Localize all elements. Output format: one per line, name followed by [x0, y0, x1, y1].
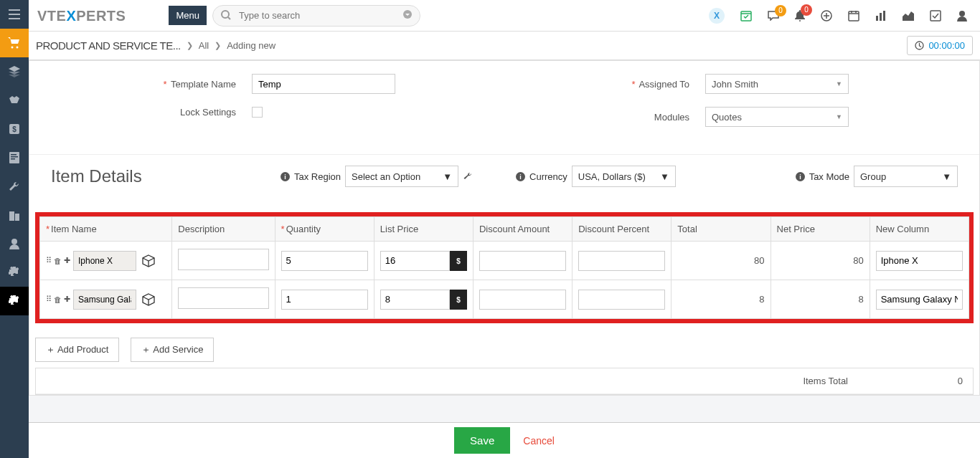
drag-icon[interactable]: ⠿	[46, 256, 52, 265]
discount-amount-input[interactable]	[479, 290, 566, 310]
new-column-input[interactable]	[876, 251, 963, 271]
sidebar-item-document[interactable]	[0, 143, 29, 172]
template-name-input[interactable]	[252, 74, 395, 94]
col-new-column: New Column	[870, 217, 969, 242]
calendar-check-icon[interactable]	[740, 10, 752, 22]
lock-settings-checkbox[interactable]	[252, 107, 263, 118]
lock-settings-label: Lock Settings	[51, 107, 252, 118]
svg-rect-22	[880, 13, 882, 21]
item-details-title: Item Details	[51, 166, 281, 186]
user-icon[interactable]	[957, 10, 967, 22]
svg-rect-10	[11, 158, 15, 160]
chat-icon[interactable]: 0	[768, 11, 779, 21]
trash-icon[interactable]: 🗑	[54, 257, 62, 265]
sidebar-item-wrench[interactable]	[0, 172, 29, 201]
items-total-label: Items Total	[803, 376, 848, 386]
package-icon[interactable]	[142, 254, 155, 267]
description-input[interactable]	[178, 249, 268, 270]
bar-chart-icon[interactable]	[875, 10, 887, 22]
sidebar-item-dollar[interactable]: $	[0, 115, 29, 143]
brand-icon[interactable]: X	[709, 8, 725, 24]
bell-icon[interactable]: 0	[795, 10, 805, 22]
save-button[interactable]: Save	[454, 427, 510, 454]
currency-button[interactable]: $	[450, 251, 467, 271]
svg-text:i: i	[519, 173, 522, 181]
item-name-input[interactable]	[73, 290, 136, 310]
currency-select[interactable]: USA, Dollars ($)▼	[572, 166, 676, 187]
sidebar-item-building[interactable]	[0, 201, 29, 229]
page-title: PRODUCT AND SERVICE TE...	[36, 40, 181, 51]
list-price-input[interactable]	[380, 251, 450, 271]
discount-percent-input[interactable]	[578, 290, 665, 310]
sidebar-item-puzzle-active[interactable]	[0, 287, 29, 315]
sidebar: $	[0, 0, 29, 458]
calendar-icon[interactable]	[848, 10, 859, 22]
svg-text:$: $	[456, 295, 461, 303]
cancel-button[interactable]: Cancel	[523, 435, 555, 447]
svg-text:$: $	[12, 125, 17, 133]
tax-region-select[interactable]: Select an Option▼	[345, 166, 458, 187]
chevron-right-icon: ❯	[215, 41, 221, 50]
quantity-input[interactable]	[281, 251, 368, 271]
checkbox-icon[interactable]	[930, 10, 941, 22]
list-price-input[interactable]	[380, 290, 450, 310]
trash-icon[interactable]: 🗑	[54, 295, 62, 304]
sidebar-item-puzzle[interactable]	[0, 258, 29, 287]
timer[interactable]: 00:00:00	[907, 36, 973, 55]
items-total-value: 0	[913, 376, 963, 386]
col-quantity: *Quantity	[275, 217, 374, 242]
plus-icon[interactable]	[821, 10, 832, 22]
sidebar-item-layers[interactable]	[0, 57, 29, 86]
svg-point-14	[222, 11, 229, 18]
info-icon: i	[281, 172, 290, 181]
discount-percent-input[interactable]	[578, 251, 665, 271]
assigned-to-select[interactable]: John Smith▼	[705, 74, 849, 94]
currency-label: Currency	[529, 171, 567, 182]
template-name-label: * Template Name	[51, 79, 252, 90]
discount-amount-input[interactable]	[479, 251, 566, 271]
tax-mode-select[interactable]: Group▼	[854, 166, 958, 187]
search-input[interactable]	[212, 5, 420, 27]
add-product-button[interactable]: ＋ Add Product	[35, 338, 119, 362]
svg-rect-21	[876, 16, 878, 21]
quantity-input[interactable]	[281, 290, 368, 310]
drag-icon[interactable]: ⠿	[46, 295, 52, 304]
add-icon[interactable]: ✚	[64, 256, 70, 265]
chevron-down-icon[interactable]	[403, 10, 412, 19]
svg-text:i: i	[284, 173, 286, 181]
breadcrumb-all[interactable]: All	[199, 40, 209, 51]
wrench-icon[interactable]	[463, 171, 473, 181]
add-service-button[interactable]: ＋ Add Service	[131, 338, 214, 362]
chevron-right-icon: ❯	[187, 41, 193, 50]
svg-rect-1	[9, 14, 20, 15]
svg-rect-7	[9, 152, 19, 163]
currency-button[interactable]: $	[450, 290, 467, 310]
package-icon[interactable]	[142, 293, 155, 306]
modules-label: Modules	[504, 112, 705, 123]
col-discount-amount: Discount Amount	[473, 217, 572, 242]
topbar: VTEXPERTS Menu X 0	[29, 0, 980, 32]
add-icon[interactable]: ✚	[64, 295, 70, 304]
logo[interactable]: VTEXPERTS	[37, 9, 126, 23]
new-column-input[interactable]	[876, 290, 963, 310]
svg-rect-20	[849, 11, 859, 21]
breadcrumb-current: Adding new	[227, 40, 275, 51]
total-value: 80	[672, 242, 771, 280]
col-discount-percent: Discount Percent	[573, 217, 672, 242]
col-net-price: Net Price	[771, 217, 870, 242]
area-chart-icon[interactable]	[903, 11, 914, 21]
modules-select[interactable]: Quotes▼	[705, 107, 849, 127]
svg-rect-8	[11, 154, 17, 156]
sidebar-item-cart[interactable]	[0, 29, 29, 57]
sidebar-item-handshake[interactable]	[0, 86, 29, 115]
description-input[interactable]	[178, 287, 268, 309]
menu-hamburger-icon[interactable]	[0, 0, 29, 29]
menu-button[interactable]: Menu	[169, 6, 207, 25]
col-description: Description	[172, 217, 275, 242]
item-name-input[interactable]	[73, 251, 136, 271]
table-row: ⠿ 🗑 ✚	[40, 242, 969, 280]
svg-point-13	[11, 239, 17, 244]
chat-badge: 0	[775, 5, 786, 16]
svg-rect-12	[15, 214, 19, 221]
sidebar-item-user[interactable]	[0, 229, 29, 258]
